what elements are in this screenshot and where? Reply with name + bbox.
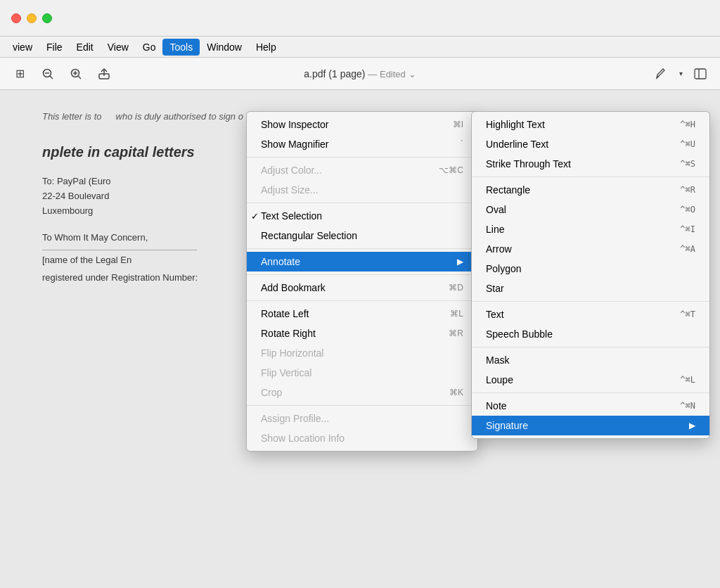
title-bar xyxy=(0,0,720,37)
doc-line-separator xyxy=(42,250,197,250)
sub-highlight-text[interactable]: Highlight Text ^⌘H xyxy=(472,115,709,134)
rectangle-shortcut: ^⌘R xyxy=(680,185,695,195)
polygon-label: Polygon xyxy=(486,263,522,274)
sub-polygon[interactable]: Polygon xyxy=(472,259,709,279)
adjust-color-shortcut: ⌥⌘C xyxy=(439,165,463,175)
show-inspector-shortcut: ⌘I xyxy=(453,120,463,129)
loupe-shortcut: ^⌘L xyxy=(680,375,695,385)
menu-annotate[interactable]: Annotate ▶ xyxy=(247,252,477,271)
traffic-lights xyxy=(0,13,63,23)
note-label: Note xyxy=(486,400,507,411)
pen-button[interactable] xyxy=(650,63,672,85)
menu-window[interactable]: Window xyxy=(200,39,249,56)
sub-underline-text[interactable]: Underline Text ^⌘U xyxy=(472,134,709,154)
sub-loupe[interactable]: Loupe ^⌘L xyxy=(472,370,709,390)
sidebar-toggle[interactable] xyxy=(689,63,712,85)
document-title: a.pdf (1 page) — Edited ⌄ xyxy=(304,68,416,79)
star-label: Star xyxy=(486,283,504,294)
sub-star[interactable]: Star xyxy=(472,279,709,298)
adjust-color-label: Adjust Color... xyxy=(261,165,322,176)
menu-bar: view File Edit View Go Tools Window Help xyxy=(0,37,720,58)
menu-text-selection[interactable]: ✓ Text Selection xyxy=(247,206,477,226)
svg-line-2 xyxy=(50,76,53,79)
zoom-in-button[interactable] xyxy=(65,63,87,85)
sub-text[interactable]: Text ^⌘T xyxy=(472,305,709,324)
close-button[interactable] xyxy=(11,13,21,23)
fullscreen-button[interactable] xyxy=(42,13,52,23)
menu-crop: Crop ⌘K xyxy=(247,383,477,402)
adjust-size-label: Adjust Size... xyxy=(261,184,319,196)
text-shortcut: ^⌘T xyxy=(680,309,695,319)
note-shortcut: ^⌘N xyxy=(680,401,695,411)
oval-shortcut: ^⌘O xyxy=(680,205,695,215)
menu-view[interactable]: view xyxy=(6,39,39,56)
divider-3 xyxy=(247,248,477,249)
sub-signature[interactable]: Signature ▶ xyxy=(472,416,709,435)
minimize-button[interactable] xyxy=(27,13,37,23)
menu-help[interactable]: Help xyxy=(249,39,283,56)
pen-dropdown[interactable]: ▾ xyxy=(675,63,686,85)
edited-badge: — Edited xyxy=(368,69,405,79)
doc-text-line1: This letter is to xyxy=(42,111,102,122)
add-bookmark-label: Add Bookmark xyxy=(261,282,326,293)
menu-flip-vertical: Flip Vertical xyxy=(247,363,477,383)
menu-show-inspector[interactable]: Show Inspector ⌘I xyxy=(247,115,477,134)
rotate-right-label: Rotate Right xyxy=(261,328,316,339)
annotate-submenu: Highlight Text ^⌘H Underline Text ^⌘U St… xyxy=(471,111,710,439)
menu-rotate-right[interactable]: Rotate Right ⌘R xyxy=(247,324,477,343)
layout-toggle[interactable]: ⊞ xyxy=(8,63,31,85)
sub-line[interactable]: Line ^⌘I xyxy=(472,219,709,239)
crop-shortcut: ⌘K xyxy=(449,388,463,397)
doc-text-line1-right: who is duly authorised to sign o xyxy=(116,111,243,122)
show-location-info-label: Show Location Info xyxy=(261,433,345,444)
menu-flip-horizontal: Flip Horizontal xyxy=(247,343,477,363)
checkmark-icon: ✓ xyxy=(251,211,259,222)
menu-view2[interactable]: View xyxy=(101,39,136,56)
sub-divider-1 xyxy=(472,177,709,177)
sub-strikethrough-text[interactable]: Strike Through Text ^⌘S xyxy=(472,154,709,174)
menu-edit[interactable]: Edit xyxy=(70,39,101,56)
menu-file[interactable]: File xyxy=(39,39,70,56)
sub-divider-3 xyxy=(472,347,709,347)
underline-text-shortcut: ^⌘U xyxy=(680,139,695,149)
divider-5 xyxy=(247,300,477,301)
divider-6 xyxy=(247,405,477,406)
menu-show-location-info: Show Location Info xyxy=(247,428,477,448)
menu-add-bookmark[interactable]: Add Bookmark ⌘D xyxy=(247,278,477,298)
sub-divider-4 xyxy=(472,392,709,393)
add-bookmark-shortcut: ⌘D xyxy=(449,283,463,293)
menu-adjust-color: Adjust Color... ⌥⌘C xyxy=(247,160,477,180)
line-shortcut: ^⌘I xyxy=(680,224,695,234)
zoom-out-button[interactable] xyxy=(37,63,59,85)
sub-arrow[interactable]: Arrow ^⌘A xyxy=(472,239,709,259)
text-label: Text xyxy=(486,309,504,320)
flip-horizontal-label: Flip Horizontal xyxy=(261,347,323,359)
rotate-right-shortcut: ⌘R xyxy=(449,328,463,338)
highlight-text-label: Highlight Text xyxy=(486,119,545,130)
divider-1 xyxy=(247,157,477,158)
flip-vertical-label: Flip Vertical xyxy=(261,367,311,378)
sub-rectangle[interactable]: Rectangle ^⌘R xyxy=(472,180,709,200)
sub-note[interactable]: Note ^⌘N xyxy=(472,396,709,416)
menu-rotate-left[interactable]: Rotate Left ⌘L xyxy=(247,304,477,324)
menu-show-magnifier[interactable]: Show Magnifier ` xyxy=(247,134,477,154)
menu-go[interactable]: Go xyxy=(136,39,163,56)
strikethrough-text-label: Strike Through Text xyxy=(486,158,571,170)
title-text: a.pdf (1 page) xyxy=(304,68,365,79)
speech-bubble-label: Speech Bubble xyxy=(486,328,553,340)
arrow-label: Arrow xyxy=(486,243,512,255)
sub-oval[interactable]: Oval ^⌘O xyxy=(472,200,709,219)
assign-profile-label: Assign Profile... xyxy=(261,413,329,424)
share-button[interactable] xyxy=(93,63,115,85)
toolbar: ⊞ a.pdf (1 page) — Edited ⌄ xyxy=(0,58,720,90)
svg-line-6 xyxy=(78,76,81,79)
strikethrough-text-shortcut: ^⌘S xyxy=(680,159,695,169)
main-area: This letter is to who is duly authorised… xyxy=(0,90,720,588)
annotate-arrow-icon: ▶ xyxy=(457,257,463,267)
text-selection-label: Text Selection xyxy=(261,210,322,222)
menu-rectangular-selection[interactable]: Rectangular Selection xyxy=(247,226,477,245)
menu-tools[interactable]: Tools xyxy=(162,39,200,56)
sub-speech-bubble[interactable]: Speech Bubble xyxy=(472,324,709,344)
sub-mask[interactable]: Mask xyxy=(472,350,709,370)
show-inspector-label: Show Inspector xyxy=(261,119,329,130)
